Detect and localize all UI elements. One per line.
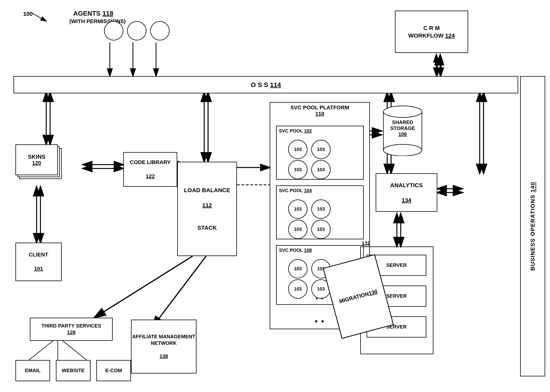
node-103-5: 103 — [288, 199, 307, 219]
crm-workflow-box: C R MWORKFLOW 124 — [395, 11, 468, 53]
svg-line-24 — [152, 256, 206, 327]
oss-crm-arrow — [432, 53, 451, 78]
client-box: CLIENT 101 — [15, 243, 62, 281]
node-103-8: 103 — [311, 220, 331, 239]
agents-label: AGENTS 118 — [73, 10, 113, 17]
node-103-4: 103 — [311, 160, 331, 179]
node-103-1: 103 — [288, 140, 307, 159]
skins-id: 120 — [32, 160, 41, 166]
svc-pool-platform-label: SVC POOL PLATFORM 110 — [272, 105, 367, 117]
node-103-7: 103 — [288, 220, 307, 239]
oss-label: O S S — [251, 81, 268, 89]
node-103-3: 103 — [288, 160, 307, 179]
svg-line-38 — [33, 14, 46, 21]
agent-circle-2 — [127, 21, 146, 41]
skins-label: SKINS — [28, 154, 45, 160]
node-103-2: 103 — [311, 140, 331, 159]
agent-circle-1 — [104, 21, 123, 41]
shared-storage-container: SHARED STORAGE 106 — [381, 102, 424, 157]
svc-108-dots: • • — [315, 295, 324, 302]
email-box: EMAIL — [15, 360, 50, 381]
svg-point-40 — [383, 106, 422, 118]
diagram-container: 100 AGENTS 118 (WITH PERMISSIONS) C R MW… — [0, 0, 550, 392]
skin-card-1: SKINS 120 — [15, 144, 58, 175]
svc-pool-104: SVC POOL 104 103 103 103 103 — [276, 185, 364, 239]
biz-ops-label: BUSINESS OPERATIONS 140 — [529, 182, 536, 271]
node-103-9: 103 — [288, 259, 307, 278]
analytics-box: ANALYTICS 134 — [376, 173, 437, 212]
ecom-box: E-COM — [96, 360, 131, 381]
node-103-6: 103 — [311, 199, 331, 219]
crm-label: C R MWORKFLOW 124 — [408, 24, 455, 39]
biz-ops-bar: BUSINESS OPERATIONS 140 — [520, 76, 545, 376]
svg-line-25 — [94, 256, 193, 318]
website-box: WEBSITE — [56, 360, 91, 381]
ref-arrow — [31, 12, 50, 23]
svc-platform-dots: • • — [315, 317, 325, 326]
oss-bar: O S S 114 — [14, 76, 518, 93]
affiliate-box: AFFILIATE MANAGEMENT NETWORK 138 — [131, 320, 196, 373]
svc-pool-102: SVC POOL 102 103 103 103 103 — [276, 126, 364, 180]
code-library-box: CODE LIBRARY 122 — [123, 152, 177, 187]
svg-point-41 — [383, 144, 422, 156]
load-balance-box: LOAD BALANCE 112 STACK — [177, 162, 237, 256]
node-103-11: 103 — [288, 279, 307, 299]
shared-storage-label: SHARED STORAGE 106 — [381, 119, 424, 137]
agent-circle-3 — [150, 21, 170, 41]
server-cluster-id: 132 — [362, 240, 370, 246]
third-party-box: THIRD PARTY SERVICES 128 — [30, 318, 113, 341]
